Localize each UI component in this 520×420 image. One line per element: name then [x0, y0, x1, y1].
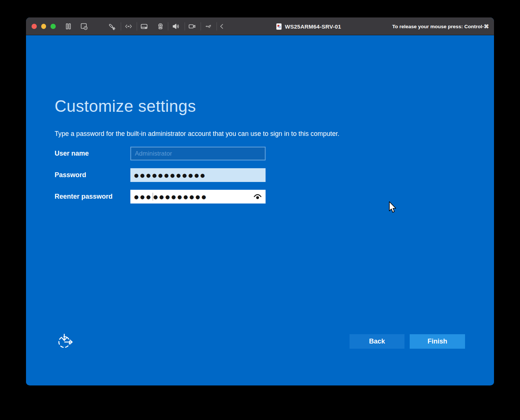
toolbar-separator	[185, 22, 185, 30]
usb-icon[interactable]	[204, 17, 212, 35]
username-label: User name	[55, 150, 89, 157]
collapse-chevron-icon[interactable]	[218, 17, 225, 35]
page-description: Type a password for the built-in adminis…	[55, 130, 339, 138]
password-label: Password	[55, 171, 86, 179]
hard-disk-icon[interactable]	[140, 17, 148, 35]
snapshots-icon[interactable]	[80, 17, 88, 35]
page-title: Customize settings	[55, 97, 196, 115]
toolbar-separator	[201, 22, 201, 30]
resize-arrows-icon[interactable]	[124, 17, 133, 35]
titlebar: WS25ARM64-SRV-01 To release your mouse p…	[26, 17, 494, 35]
username-input[interactable]	[130, 147, 266, 160]
password-masked-value: ●●●●●●●●●●●●	[134, 173, 207, 178]
video-camera-icon[interactable]	[188, 17, 196, 35]
close-button[interactable]	[32, 24, 37, 29]
vm-window: WS25ARM64-SRV-01 To release your mouse p…	[26, 17, 494, 385]
minimize-button[interactable]	[41, 24, 46, 29]
password-field-wrap: ●●●●●●●●●●●●	[130, 168, 266, 182]
reenter-password-input[interactable]: ●●●●●●●●●●●●	[130, 190, 266, 204]
sound-icon[interactable]	[172, 17, 180, 35]
reenter-masked-after-caret: ●●●●●●●●●	[153, 194, 208, 199]
desktop: WS25ARM64-SRV-01 To release your mouse p…	[0, 0, 520, 420]
ease-of-access-icon[interactable]	[57, 333, 74, 350]
setup-screen: Customize settings Type a password for t…	[26, 35, 494, 385]
reenter-masked-before-caret: ●●●	[134, 194, 152, 199]
toolbar-separator	[121, 22, 121, 30]
finish-button[interactable]: Finish	[410, 334, 465, 349]
toolbar-separator	[168, 22, 168, 30]
reenter-password-field-wrap: ●●●●●●●●●●●●	[130, 190, 266, 204]
settings-wrench-icon[interactable]	[108, 17, 116, 35]
window-title: WS25ARM64-SRV-01	[285, 23, 341, 30]
mouse-release-hint: To release your mouse press: Control-⌘	[392, 17, 489, 35]
mouse-cursor	[389, 201, 397, 215]
fullscreen-button[interactable]	[51, 24, 56, 29]
reveal-password-icon[interactable]	[253, 193, 262, 200]
webcam-icon[interactable]	[156, 17, 165, 35]
text-caret	[153, 193, 153, 201]
vm-file-icon	[276, 23, 282, 30]
password-input[interactable]: ●●●●●●●●●●●●	[130, 168, 266, 182]
username-field-wrap	[130, 147, 266, 160]
traffic-lights	[32, 17, 56, 35]
window-title-group: WS25ARM64-SRV-01	[276, 17, 341, 35]
back-button[interactable]: Back	[350, 334, 404, 349]
toolbar-separator	[137, 22, 137, 30]
toolbar-separator	[217, 22, 217, 30]
pause-icon[interactable]	[64, 17, 72, 35]
reenter-password-label: Reenter password	[55, 193, 113, 201]
